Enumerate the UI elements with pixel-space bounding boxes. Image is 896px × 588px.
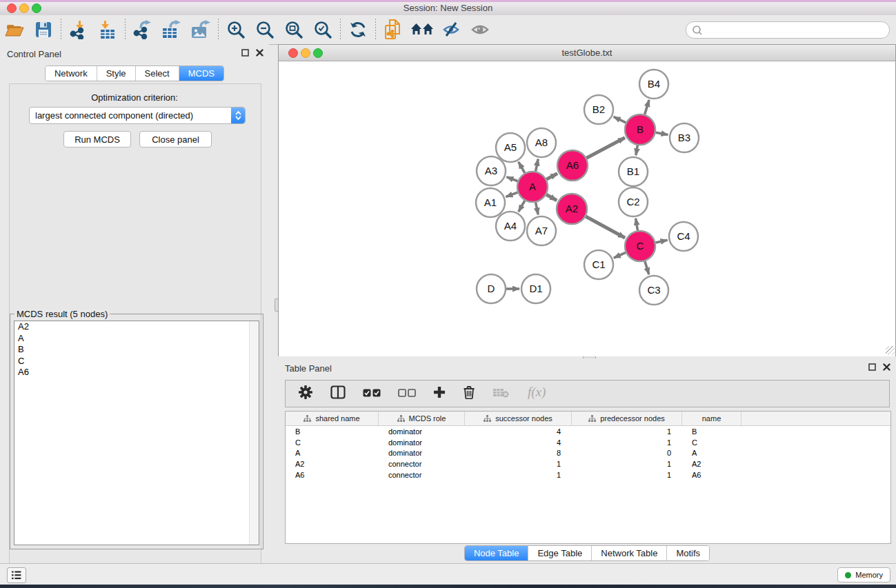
node-a4[interactable]: A4 [496, 212, 525, 241]
result-item-a[interactable]: A [14, 333, 259, 345]
zoom-fit-button[interactable] [282, 18, 306, 41]
edge-B-B1[interactable] [636, 145, 637, 156]
float-table-panel-icon[interactable] [868, 363, 876, 371]
node-b2[interactable]: B2 [584, 95, 613, 124]
node-a[interactable]: A [517, 172, 548, 202]
search-input[interactable] [706, 25, 884, 36]
table-row-b[interactable]: Bdominator41B [286, 426, 890, 437]
node-a3[interactable]: A3 [477, 156, 506, 185]
network-window-titlebar[interactable]: testGlobe.txt [279, 45, 895, 61]
node-a1[interactable]: A1 [476, 188, 505, 217]
result-item-c[interactable]: C [14, 356, 259, 367]
memory-button[interactable]: Memory [837, 567, 890, 582]
mcds-result-list[interactable]: A2ABCA6 [14, 321, 259, 545]
show-all-button[interactable] [468, 18, 492, 41]
save-button[interactable] [32, 18, 55, 41]
node-c2[interactable]: C2 [619, 187, 648, 216]
export-image-button[interactable] [189, 18, 212, 41]
node-b3[interactable]: B3 [670, 123, 699, 152]
node-b[interactable]: B [625, 114, 655, 145]
column-header-successor-nodes[interactable]: successor nodes [465, 412, 572, 425]
node-b1[interactable]: B1 [619, 157, 648, 186]
edge-A-A4[interactable] [519, 201, 525, 212]
node-b4[interactable]: B4 [639, 70, 668, 99]
import-network-button[interactable] [67, 18, 90, 41]
node-c4[interactable]: C4 [669, 222, 698, 251]
node-a2[interactable]: A2 [557, 194, 587, 224]
tab-edge-table[interactable]: Edge Table [528, 546, 592, 560]
new-network-from-selection-button[interactable] [381, 18, 405, 41]
edge-A6-B[interactable] [586, 138, 625, 159]
zoom-out-button[interactable] [253, 18, 277, 41]
deselect-all-button[interactable] [398, 387, 416, 400]
zoom-selected-button[interactable] [311, 18, 335, 41]
node-a5[interactable]: A5 [496, 133, 525, 162]
add-column-button[interactable] [433, 386, 446, 401]
close-table-panel-icon[interactable] [883, 363, 890, 371]
table-row-a2[interactable]: A2connector11A2 [286, 458, 890, 469]
import-table-button[interactable] [96, 18, 119, 41]
edge-C-C3[interactable] [645, 261, 649, 274]
table-row-c[interactable]: Cdominator41C [286, 437, 890, 448]
node-c[interactable]: C [625, 231, 655, 261]
export-table-button[interactable] [160, 18, 183, 41]
column-header-predecessor-nodes[interactable]: predecessor nodes [572, 412, 682, 425]
first-neighbors-button[interactable] [410, 18, 434, 41]
result-item-b[interactable]: B [14, 344, 259, 356]
edge-B-B4[interactable] [645, 100, 649, 114]
edge-A-A5[interactable] [519, 162, 525, 173]
edge-B-B2[interactable] [614, 116, 626, 123]
edge-A-A1[interactable] [506, 192, 517, 196]
network-canvas[interactable]: B4B2BB3A8A5A6A3B1AA1C2A2A4A7C4CC1C3DD1 [279, 61, 895, 356]
edge-A2-C[interactable] [586, 216, 625, 238]
node-c3[interactable]: C3 [639, 276, 668, 305]
table-row-a[interactable]: Adominator80A [286, 448, 890, 459]
column-header-shared-name[interactable]: shared name [286, 412, 379, 425]
node-d1[interactable]: D1 [521, 274, 550, 303]
edge-C-C1[interactable] [614, 252, 626, 258]
edge-A-A2[interactable] [546, 194, 557, 201]
column-header-mcds-role[interactable]: MCDS role [379, 412, 465, 425]
result-scrollbar[interactable] [249, 321, 259, 545]
node-a8[interactable]: A8 [527, 128, 556, 157]
edge-A-A6[interactable] [546, 174, 557, 179]
delete-column-button[interactable] [463, 385, 475, 402]
edge-A-A8[interactable] [536, 159, 539, 172]
edge-A-A7[interactable] [536, 203, 539, 215]
node-d[interactable]: D [477, 274, 506, 303]
table-row-a6[interactable]: A6connector11A6 [286, 469, 890, 480]
apply-layout-button[interactable] [346, 18, 370, 41]
edge-B-B3[interactable] [656, 132, 668, 134]
zoom-in-button[interactable] [224, 18, 248, 41]
tab-style[interactable]: Style [97, 66, 136, 81]
hide-selected-button[interactable] [439, 18, 463, 41]
export-network-button[interactable] [131, 18, 155, 41]
task-history-button[interactable] [7, 567, 26, 583]
tab-network[interactable]: Network [46, 66, 97, 81]
run-mcds-button[interactable]: Run MCDS [63, 131, 131, 148]
node-c1[interactable]: C1 [584, 250, 613, 279]
column-settings-button[interactable] [298, 385, 313, 403]
node-a7[interactable]: A7 [527, 216, 556, 245]
result-item-a6[interactable]: A6 [14, 367, 259, 378]
edge-A-A3[interactable] [506, 177, 517, 181]
edge-C-C2[interactable] [636, 219, 638, 231]
select-all-button[interactable] [363, 387, 381, 400]
close-panel-button[interactable]: Close panel [139, 131, 212, 148]
tab-motifs[interactable]: Motifs [667, 546, 709, 560]
criterion-dropdown[interactable]: largest connected component (directed) [29, 107, 246, 124]
column-header-name[interactable]: name [682, 412, 741, 425]
close-panel-icon[interactable] [256, 49, 263, 57]
node-a6[interactable]: A6 [557, 150, 588, 181]
tab-network-table[interactable]: Network Table [592, 546, 667, 560]
open-button[interactable] [3, 18, 26, 41]
tab-node-table[interactable]: Node Table [465, 546, 529, 560]
result-item-a2[interactable]: A2 [14, 321, 259, 333]
tab-select[interactable]: Select [136, 66, 179, 81]
toggle-panel-button[interactable] [330, 385, 346, 402]
tab-mcds[interactable]: MCDS [179, 66, 223, 81]
delete-table-button[interactable] [492, 387, 509, 401]
window-resize-grip[interactable] [886, 346, 895, 355]
float-panel-icon[interactable] [241, 49, 249, 57]
function-builder-button[interactable]: f(x) [526, 384, 554, 403]
